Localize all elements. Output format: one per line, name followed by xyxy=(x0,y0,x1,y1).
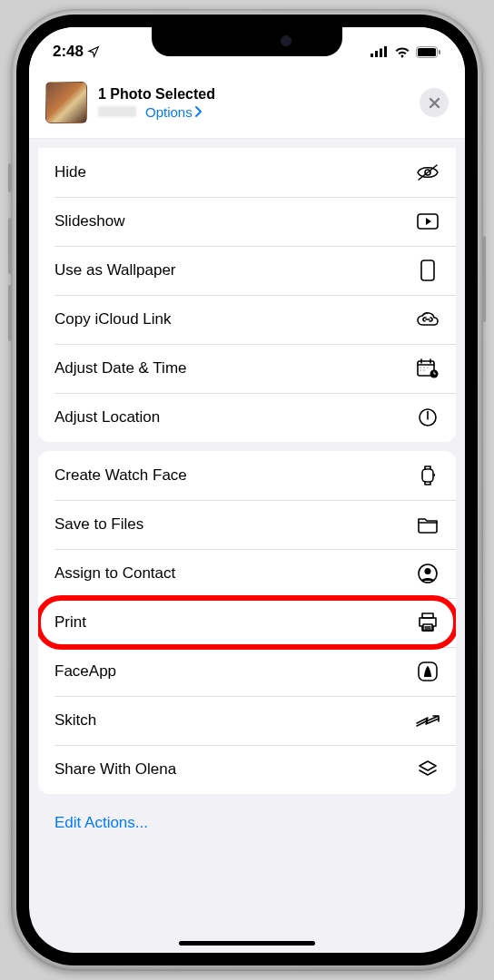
edit-actions-button[interactable]: Edit Actions... xyxy=(38,794,456,832)
svg-rect-24 xyxy=(422,469,433,482)
action-label: Slideshow xyxy=(54,212,125,230)
calendar-clock-icon xyxy=(416,358,440,378)
action-row-share-with-olena[interactable]: Share With Olena xyxy=(38,745,456,794)
action-row-skitch[interactable]: Skitch xyxy=(38,696,456,745)
action-label: FaceApp xyxy=(54,662,116,681)
highlight-ring xyxy=(38,595,456,650)
action-row-print[interactable]: Print xyxy=(38,598,456,647)
notch xyxy=(152,27,342,56)
cellular-icon xyxy=(370,46,389,57)
svg-rect-10 xyxy=(421,260,434,280)
share-stack-icon xyxy=(416,760,440,779)
folder-icon xyxy=(416,515,440,534)
printer-icon xyxy=(416,612,440,632)
action-label: Adjust Date & Time xyxy=(54,359,187,377)
svg-rect-5 xyxy=(418,48,436,56)
photo-thumbnail[interactable] xyxy=(45,82,87,123)
cloud-link-icon xyxy=(416,311,440,328)
action-label: Print xyxy=(54,613,86,632)
svg-point-15 xyxy=(420,368,421,368)
action-label: Hide xyxy=(54,163,86,181)
location-arrow-icon xyxy=(87,45,100,58)
watch-icon xyxy=(416,465,440,486)
options-link[interactable]: Options xyxy=(145,104,202,120)
action-row-faceapp[interactable]: FaceApp xyxy=(38,647,456,696)
svg-rect-2 xyxy=(380,49,382,58)
action-row-copy-icloud-link[interactable]: Copy iCloud Link xyxy=(38,295,456,344)
action-label: Adjust Location xyxy=(54,408,160,426)
action-row-save-to-files[interactable]: Save to Files xyxy=(38,500,456,549)
selection-title: 1 Photo Selected xyxy=(98,86,420,103)
action-row-use-as-wallpaper[interactable]: Use as Wallpaper xyxy=(38,246,456,295)
action-row-slideshow[interactable]: Slideshow xyxy=(38,197,456,246)
action-label: Skitch xyxy=(54,711,96,730)
subtitle-redacted xyxy=(98,106,136,117)
action-label: Share With Olena xyxy=(54,760,176,779)
svg-rect-1 xyxy=(375,51,378,57)
action-row-create-watch-face[interactable]: Create Watch Face xyxy=(38,451,456,500)
battery-icon xyxy=(416,46,441,58)
status-time: 2:48 xyxy=(53,43,84,61)
action-row-adjust-location[interactable]: Adjust Location xyxy=(38,393,456,442)
contact-icon xyxy=(416,564,440,583)
chevron-right-icon xyxy=(194,106,202,117)
action-row-adjust-date-time[interactable]: Adjust Date & Time xyxy=(38,344,456,393)
info-pin-icon xyxy=(416,407,440,427)
svg-point-17 xyxy=(428,368,429,368)
share-sheet-header: 1 Photo Selected Options xyxy=(29,67,465,139)
action-label: Assign to Contact xyxy=(54,564,175,583)
action-label: Create Watch Face xyxy=(54,466,187,485)
svg-rect-25 xyxy=(434,474,436,476)
play-rect-icon xyxy=(416,213,440,230)
wifi-icon xyxy=(394,46,410,58)
skitch-icon xyxy=(416,713,440,728)
action-label: Save to Files xyxy=(54,515,143,534)
close-button[interactable] xyxy=(420,88,449,117)
phone-icon xyxy=(416,260,440,281)
svg-point-23 xyxy=(427,411,429,413)
svg-rect-6 xyxy=(439,50,440,54)
svg-point-18 xyxy=(420,370,421,371)
action-label: Use as Wallpaper xyxy=(54,261,176,279)
svg-rect-3 xyxy=(384,46,387,57)
action-label: Copy iCloud Link xyxy=(54,310,172,328)
eye-slash-icon xyxy=(416,163,440,181)
action-row-assign-to-contact[interactable]: Assign to Contact xyxy=(38,549,456,598)
home-indicator[interactable] xyxy=(179,941,315,946)
svg-rect-0 xyxy=(370,54,373,57)
action-row-hide[interactable]: Hide xyxy=(38,148,456,197)
svg-point-19 xyxy=(424,370,425,371)
close-icon xyxy=(429,97,440,109)
svg-point-16 xyxy=(424,368,425,368)
faceapp-icon xyxy=(416,661,440,682)
svg-point-28 xyxy=(425,568,431,574)
